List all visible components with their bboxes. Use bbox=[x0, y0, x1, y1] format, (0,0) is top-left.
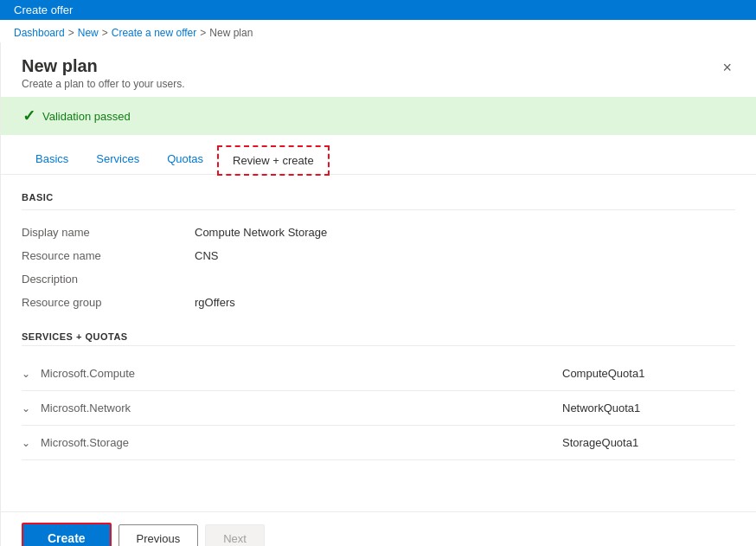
value-resource-name: CNS bbox=[195, 244, 735, 267]
basic-divider bbox=[22, 209, 735, 210]
breadcrumb-current: New plan bbox=[209, 27, 253, 39]
services-divider bbox=[22, 345, 735, 346]
panel-footer: Create Previous Next bbox=[1, 511, 756, 546]
chevron-storage-icon: ⌄ bbox=[22, 437, 30, 449]
tab-basics[interactable]: Basics bbox=[22, 145, 82, 174]
service-compute[interactable]: ⌄ Microsoft.Compute ComputeQuota1 bbox=[22, 357, 735, 391]
breadcrumb-create-offer[interactable]: Create a new offer bbox=[112, 27, 197, 39]
validation-banner: ✓ Validation passed bbox=[1, 97, 756, 135]
previous-button[interactable]: Previous bbox=[119, 524, 199, 547]
breadcrumb: Dashboard > New > Create a new offer > N… bbox=[0, 20, 756, 42]
close-button[interactable]: × bbox=[719, 56, 735, 79]
validation-icon: ✓ bbox=[22, 106, 35, 125]
panel-subtitle: Create a plan to offer to your users. bbox=[22, 78, 185, 90]
header-title: Create offer bbox=[14, 3, 73, 16]
field-display-name: Display name Compute Network Storage bbox=[22, 221, 735, 244]
panel-header: New plan Create a plan to offer to your … bbox=[1, 42, 756, 97]
services-section-title: SERVICES + QUOTAS bbox=[22, 331, 735, 342]
panel-content: BASIC Display name Compute Network Stora… bbox=[1, 175, 756, 511]
new-plan-panel: New plan Create a plan to offer to your … bbox=[0, 42, 756, 546]
label-resource-name: Resource name bbox=[22, 244, 195, 267]
value-description bbox=[195, 267, 735, 291]
tab-services[interactable]: Services bbox=[82, 145, 153, 174]
service-network[interactable]: ⌄ Microsoft.Network NetworkQuota1 bbox=[22, 391, 735, 426]
service-compute-quota: ComputeQuota1 bbox=[562, 367, 735, 380]
field-resource-name: Resource name CNS bbox=[22, 244, 735, 267]
service-compute-name: Microsoft.Compute bbox=[41, 367, 562, 380]
breadcrumb-new[interactable]: New bbox=[78, 27, 99, 39]
header-bar: Create offer bbox=[0, 0, 756, 20]
label-display-name: Display name bbox=[22, 221, 195, 244]
tab-quotas[interactable]: Quotas bbox=[153, 145, 217, 174]
service-storage-name: Microsoft.Storage bbox=[41, 436, 562, 449]
panel-title-group: New plan Create a plan to offer to your … bbox=[22, 56, 185, 90]
panel-title: New plan bbox=[22, 56, 185, 76]
service-network-quota: NetworkQuota1 bbox=[562, 401, 735, 414]
value-display-name: Compute Network Storage bbox=[195, 221, 735, 244]
breadcrumb-dashboard[interactable]: Dashboard bbox=[14, 27, 65, 39]
field-resource-group: Resource group rgOffers bbox=[22, 291, 735, 314]
create-button[interactable]: Create bbox=[22, 523, 112, 546]
next-button: Next bbox=[205, 524, 265, 547]
service-storage-quota: StorageQuota1 bbox=[562, 436, 735, 449]
label-description: Description bbox=[22, 267, 195, 291]
chevron-network-icon: ⌄ bbox=[22, 402, 30, 414]
validation-text: Validation passed bbox=[42, 110, 131, 123]
basic-fields-table: Display name Compute Network Storage Res… bbox=[22, 221, 735, 314]
value-resource-group: rgOffers bbox=[195, 291, 735, 314]
service-storage[interactable]: ⌄ Microsoft.Storage StorageQuota1 bbox=[22, 426, 735, 460]
tab-review-create[interactable]: Review + create bbox=[217, 145, 330, 176]
tabs-container: Basics Services Quotas Review + create bbox=[1, 145, 756, 175]
basic-section-title: BASIC bbox=[22, 192, 735, 202]
service-network-name: Microsoft.Network bbox=[41, 401, 562, 414]
chevron-compute-icon: ⌄ bbox=[22, 368, 30, 380]
label-resource-group: Resource group bbox=[22, 291, 195, 314]
field-description: Description bbox=[22, 267, 735, 291]
